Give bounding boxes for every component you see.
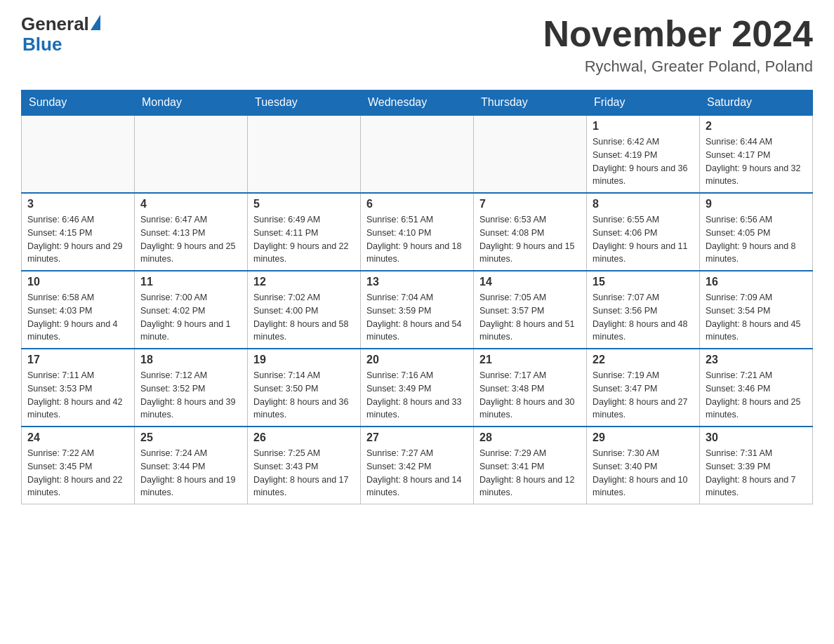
day-number: 9 — [706, 198, 807, 210]
logo-text: General Blue — [21, 14, 100, 54]
day-number: 13 — [366, 276, 468, 288]
weekday-header-thursday: Thursday — [474, 90, 587, 116]
day-number: 23 — [706, 354, 807, 366]
calendar-cell: 10Sunrise: 6:58 AMSunset: 4:03 PMDayligh… — [22, 271, 135, 349]
calendar-cell: 18Sunrise: 7:12 AMSunset: 3:52 PMDayligh… — [135, 349, 248, 427]
calendar-cell: 3Sunrise: 6:46 AMSunset: 4:15 PMDaylight… — [22, 193, 135, 271]
day-number: 18 — [140, 354, 241, 366]
day-number: 29 — [593, 431, 694, 444]
calendar-table: SundayMondayTuesdayWednesdayThursdayFrid… — [21, 90, 813, 504]
day-info: Sunrise: 6:47 AMSunset: 4:13 PMDaylight:… — [140, 213, 241, 266]
header: General Blue November 2024 Rychwal, Grea… — [21, 14, 813, 76]
day-info: Sunrise: 6:51 AMSunset: 4:10 PMDaylight:… — [366, 213, 468, 266]
day-number: 2 — [706, 120, 807, 133]
calendar-cell: 21Sunrise: 7:17 AMSunset: 3:48 PMDayligh… — [474, 349, 587, 427]
day-number: 1 — [593, 120, 694, 133]
day-number: 6 — [366, 198, 468, 210]
calendar-cell: 9Sunrise: 6:56 AMSunset: 4:05 PMDaylight… — [700, 193, 813, 271]
calendar-cell: 11Sunrise: 7:00 AMSunset: 4:02 PMDayligh… — [135, 271, 248, 349]
week-row-2: 3Sunrise: 6:46 AMSunset: 4:15 PMDaylight… — [22, 193, 813, 271]
day-number: 3 — [27, 198, 128, 210]
day-info: Sunrise: 6:46 AMSunset: 4:15 PMDaylight:… — [27, 213, 128, 266]
day-number: 19 — [253, 354, 355, 366]
day-number: 12 — [253, 276, 355, 288]
calendar-cell: 2Sunrise: 6:44 AMSunset: 4:17 PMDaylight… — [700, 115, 813, 193]
calendar-cell: 7Sunrise: 6:53 AMSunset: 4:08 PMDaylight… — [474, 193, 587, 271]
day-number: 17 — [27, 354, 128, 366]
weekday-header-wednesday: Wednesday — [361, 90, 474, 116]
day-info: Sunrise: 7:29 AMSunset: 3:41 PMDaylight:… — [479, 447, 581, 499]
day-number: 10 — [27, 276, 128, 288]
weekday-header-row: SundayMondayTuesdayWednesdayThursdayFrid… — [22, 90, 813, 116]
day-number: 5 — [253, 198, 355, 210]
calendar-cell: 25Sunrise: 7:24 AMSunset: 3:44 PMDayligh… — [135, 427, 248, 504]
day-number: 4 — [140, 198, 241, 210]
calendar-cell: 29Sunrise: 7:30 AMSunset: 3:40 PMDayligh… — [587, 427, 700, 504]
calendar-title: November 2024 — [543, 14, 813, 54]
weekday-header-friday: Friday — [587, 90, 700, 116]
calendar-cell: 30Sunrise: 7:31 AMSunset: 3:39 PMDayligh… — [700, 427, 813, 504]
day-info: Sunrise: 6:49 AMSunset: 4:11 PMDaylight:… — [253, 213, 355, 266]
logo: General Blue — [21, 14, 100, 54]
calendar-cell — [135, 115, 248, 193]
day-number: 7 — [479, 198, 581, 210]
day-info: Sunrise: 7:30 AMSunset: 3:40 PMDaylight:… — [593, 447, 694, 499]
day-info: Sunrise: 7:31 AMSunset: 3:39 PMDaylight:… — [706, 447, 807, 499]
day-info: Sunrise: 7:07 AMSunset: 3:56 PMDaylight:… — [593, 291, 694, 344]
calendar-cell: 4Sunrise: 6:47 AMSunset: 4:13 PMDaylight… — [135, 193, 248, 271]
calendar-cell: 5Sunrise: 6:49 AMSunset: 4:11 PMDaylight… — [248, 193, 361, 271]
day-info: Sunrise: 7:11 AMSunset: 3:53 PMDaylight:… — [27, 369, 128, 422]
day-info: Sunrise: 6:56 AMSunset: 4:05 PMDaylight:… — [706, 213, 807, 266]
day-number: 15 — [593, 276, 694, 288]
calendar-cell — [248, 115, 361, 193]
day-info: Sunrise: 7:02 AMSunset: 4:00 PMDaylight:… — [253, 291, 355, 344]
calendar-cell: 15Sunrise: 7:07 AMSunset: 3:56 PMDayligh… — [587, 271, 700, 349]
calendar-cell: 26Sunrise: 7:25 AMSunset: 3:43 PMDayligh… — [248, 427, 361, 504]
calendar-cell: 27Sunrise: 7:27 AMSunset: 3:42 PMDayligh… — [361, 427, 474, 504]
day-info: Sunrise: 6:42 AMSunset: 4:19 PMDaylight:… — [593, 135, 694, 188]
calendar-cell: 24Sunrise: 7:22 AMSunset: 3:45 PMDayligh… — [22, 427, 135, 504]
day-info: Sunrise: 7:14 AMSunset: 3:50 PMDaylight:… — [253, 369, 355, 422]
day-info: Sunrise: 7:12 AMSunset: 3:52 PMDaylight:… — [140, 369, 241, 422]
day-number: 14 — [479, 276, 581, 288]
weekday-header-sunday: Sunday — [22, 90, 135, 116]
calendar-cell — [474, 115, 587, 193]
day-info: Sunrise: 6:44 AMSunset: 4:17 PMDaylight:… — [706, 135, 807, 188]
day-number: 8 — [593, 198, 694, 210]
calendar-cell — [22, 115, 135, 193]
day-number: 16 — [706, 276, 807, 288]
day-number: 26 — [253, 431, 355, 444]
day-number: 24 — [27, 431, 128, 444]
weekday-header-monday: Monday — [135, 90, 248, 116]
calendar-cell: 6Sunrise: 6:51 AMSunset: 4:10 PMDaylight… — [361, 193, 474, 271]
day-info: Sunrise: 7:05 AMSunset: 3:57 PMDaylight:… — [479, 291, 581, 344]
calendar-cell: 14Sunrise: 7:05 AMSunset: 3:57 PMDayligh… — [474, 271, 587, 349]
day-info: Sunrise: 7:00 AMSunset: 4:02 PMDaylight:… — [140, 291, 241, 344]
day-info: Sunrise: 7:24 AMSunset: 3:44 PMDaylight:… — [140, 447, 241, 499]
day-info: Sunrise: 7:21 AMSunset: 3:46 PMDaylight:… — [706, 369, 807, 422]
calendar-cell: 19Sunrise: 7:14 AMSunset: 3:50 PMDayligh… — [248, 349, 361, 427]
day-number: 11 — [140, 276, 241, 288]
title-area: November 2024 Rychwal, Greater Poland, P… — [543, 14, 813, 76]
day-number: 22 — [593, 354, 694, 366]
calendar-cell: 12Sunrise: 7:02 AMSunset: 4:00 PMDayligh… — [248, 271, 361, 349]
day-number: 25 — [140, 431, 241, 444]
week-row-1: 1Sunrise: 6:42 AMSunset: 4:19 PMDaylight… — [22, 115, 813, 193]
day-number: 21 — [479, 354, 581, 366]
day-info: Sunrise: 7:22 AMSunset: 3:45 PMDaylight:… — [27, 447, 128, 499]
day-number: 27 — [366, 431, 468, 444]
calendar-subtitle: Rychwal, Greater Poland, Poland — [543, 58, 813, 76]
day-number: 28 — [479, 431, 581, 444]
day-info: Sunrise: 6:58 AMSunset: 4:03 PMDaylight:… — [27, 291, 128, 344]
day-info: Sunrise: 7:19 AMSunset: 3:47 PMDaylight:… — [593, 369, 694, 422]
day-info: Sunrise: 6:53 AMSunset: 4:08 PMDaylight:… — [479, 213, 581, 266]
day-info: Sunrise: 7:16 AMSunset: 3:49 PMDaylight:… — [366, 369, 468, 422]
week-row-4: 17Sunrise: 7:11 AMSunset: 3:53 PMDayligh… — [22, 349, 813, 427]
day-info: Sunrise: 7:25 AMSunset: 3:43 PMDaylight:… — [253, 447, 355, 499]
calendar-cell: 22Sunrise: 7:19 AMSunset: 3:47 PMDayligh… — [587, 349, 700, 427]
day-info: Sunrise: 7:27 AMSunset: 3:42 PMDaylight:… — [366, 447, 468, 499]
calendar-cell: 16Sunrise: 7:09 AMSunset: 3:54 PMDayligh… — [700, 271, 813, 349]
weekday-header-saturday: Saturday — [700, 90, 813, 116]
day-info: Sunrise: 7:17 AMSunset: 3:48 PMDaylight:… — [479, 369, 581, 422]
day-info: Sunrise: 7:09 AMSunset: 3:54 PMDaylight:… — [706, 291, 807, 344]
